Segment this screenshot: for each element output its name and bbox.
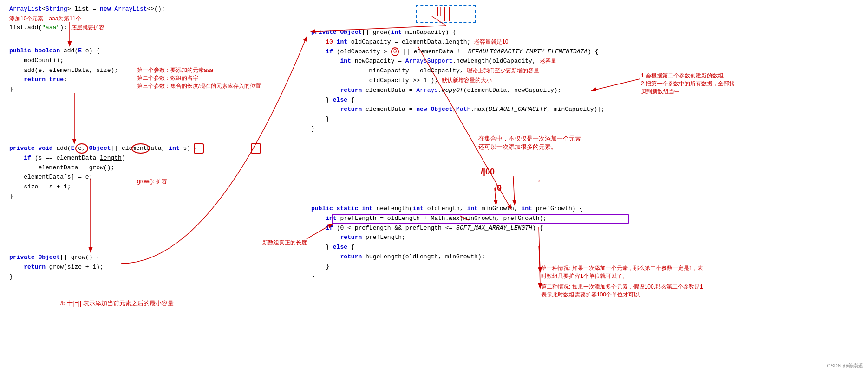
code-line: minCapacity - oldCapacity, 理论上我们至少要新增的容量 xyxy=(311,66,605,76)
ann-case1-2: 时数组只要扩容1个单位就可以了。 xyxy=(541,272,628,280)
ann-symbol-1: /|00 xyxy=(481,167,495,177)
ann-param1: 第一个参数：要添加的元素aaa xyxy=(137,66,213,74)
code-line: } xyxy=(311,115,605,124)
code-line: return true; xyxy=(9,75,118,85)
code-line: private Object[] grow() { xyxy=(9,253,104,263)
code-line: return hugeLength(oldLength, minGrowth); xyxy=(311,252,583,262)
code-line: oldCapacity >> 1 ); 默认新增容量的大小 xyxy=(311,76,605,86)
page-container: ArrayList<String> list = new ArrayList<>… xyxy=(0,0,868,373)
code-line: ArrayList<String> list = new ArrayList<>… xyxy=(9,5,165,14)
ann-grow: grow(): 扩容 xyxy=(137,178,167,186)
ann-param2: 第二个参数：数组的名字 xyxy=(137,74,198,82)
code-line: } xyxy=(9,85,118,95)
code-line: } xyxy=(9,272,104,282)
code-line: add(e, elementData, size); xyxy=(9,66,118,76)
code-line: } else { xyxy=(311,243,583,252)
code-line: if (0 < prefLength && prefLength <= SOFT… xyxy=(311,224,583,233)
code-line: int newCapacity = ArraysSupport.newLengt… xyxy=(311,57,605,66)
watermark: CSDN @姜崇遥 xyxy=(827,362,863,369)
code-line: return grow(size + 1); xyxy=(9,263,104,272)
red-box-D xyxy=(194,143,204,154)
code-line: modCount++; xyxy=(9,56,118,66)
code-line: 10 int oldCapacity = elementData.length;… xyxy=(311,38,605,47)
code-block-add-boolean: public boolean add(E e) { modCount++; ad… xyxy=(9,46,118,95)
ann-case2-1: 第二种情况: 如果一次添加多个元素，假设100.那么第二个参数是1 xyxy=(541,283,703,291)
annotation-add10: 添加10个元素，aaa为第11个 xyxy=(9,14,165,23)
ann-symbol-top: || xyxy=(437,6,441,16)
code-line: private void add(E e, Object[] elementDa… xyxy=(9,144,198,154)
code-line: int prefLength = oldLength + Math.max(mi… xyxy=(311,214,583,224)
code-line: list.add("aaa"); 底层就要扩容 xyxy=(9,23,165,33)
code-line: private Object[] grow(int minCapacity) { xyxy=(311,28,605,38)
ann-multi-add-2: 还可以一次添加很多的元素。 xyxy=(478,143,557,151)
code-line: } xyxy=(9,192,198,202)
code-line: if (s == elementData.length) xyxy=(9,154,198,163)
code-block-grow-capacity: private Object[] grow(int minCapacity) {… xyxy=(311,28,605,134)
ann-min-capacity: /b 十|=|| 表示添加当前元素之后的最小容量 xyxy=(60,299,174,308)
code-block-1: ArrayList<String> list = new ArrayList<>… xyxy=(9,5,165,33)
code-line: return elementData = new Object[Math.max… xyxy=(311,105,605,115)
ann-new-array-len: 新数组真正的长度 xyxy=(262,239,307,247)
code-line: if (oldCapacity > 0 || elementData != DE… xyxy=(311,47,605,57)
code-line: elementData = grow(); xyxy=(9,163,198,173)
ann-copyof-2: 2.把第一个参数中的所有数据，全部拷 xyxy=(641,80,735,88)
ann-multi-add-1: 在集合中，不仅仅是一次添加一个元素 xyxy=(478,135,581,143)
ann-case2-2: 表示此时数组需要扩容100个单位才可以 xyxy=(541,291,640,299)
code-line: return elementData = Arrays.copyOf(eleme… xyxy=(311,86,605,96)
ann-arrow-right: ← xyxy=(536,176,545,186)
code-block-add-private: private void add(E e, Object[] elementDa… xyxy=(9,144,198,202)
code-line: size = s + 1; xyxy=(9,182,198,192)
ann-copyof-1: 1.会根据第二个参数创建新的数组 xyxy=(641,72,724,80)
code-line: } xyxy=(311,124,605,134)
ann-symbol-2: /0 xyxy=(495,183,502,193)
code-line: return prefLength; xyxy=(311,233,583,243)
code-line: public boolean add(E e) { xyxy=(9,46,118,56)
red-box-D2 xyxy=(251,143,261,154)
code-line: elementData[s] = e; xyxy=(9,173,198,182)
code-line: public static int newLength(int oldLengt… xyxy=(311,204,583,214)
ann-case1-1: 第一种情况: 如果一次添加一个元素，那么第二个参数一定是1，表 xyxy=(541,264,703,272)
ann-param3: 第三个参数：集合的长度/现在的元素应存入的位置 xyxy=(137,82,261,90)
code-line: } else { xyxy=(311,96,605,105)
dashed-rect-top xyxy=(416,5,476,23)
ann-copyof-3: 贝到新数组当中 xyxy=(641,88,680,96)
code-block-grow-noarg: private Object[] grow() { return grow(si… xyxy=(9,253,104,282)
